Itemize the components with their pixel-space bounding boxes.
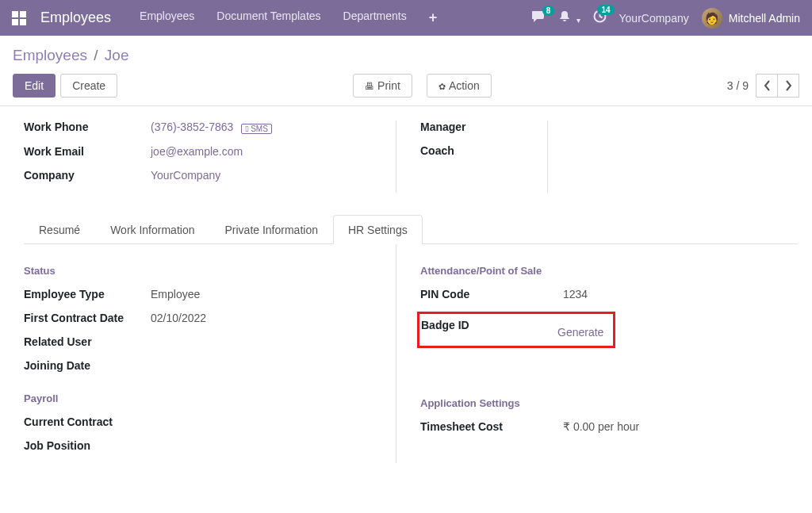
create-button[interactable]: Create: [60, 74, 117, 98]
plus-icon[interactable]: +: [429, 10, 438, 26]
breadcrumb-separator: /: [94, 47, 98, 63]
pager-next-button[interactable]: [777, 74, 799, 98]
user-name: Mitchell Admin: [729, 12, 800, 25]
content-scroll[interactable]: Work Phone (376)-3852-7863 SMS Work Emai…: [0, 105, 812, 513]
nav-menu-document-templates[interactable]: Document Templates: [216, 10, 320, 26]
apps-icon[interactable]: [12, 11, 26, 25]
print-label: Print: [377, 79, 400, 92]
timesheet-cost-label: Timesheet Cost: [420, 420, 563, 433]
field-work-email: Work Email joe@example.com: [24, 145, 396, 158]
job-position-label: Job Position: [24, 439, 151, 452]
tab-private-information[interactable]: Private Information: [209, 215, 333, 244]
nav-menu-employees[interactable]: Employees: [140, 10, 194, 26]
sms-button[interactable]: SMS: [241, 124, 272, 134]
user-menu[interactable]: 🧑 Mitchell Admin: [702, 8, 800, 29]
chat-badge: 8: [542, 6, 555, 16]
current-contract-label: Current Contract: [24, 415, 151, 428]
status-heading: Status: [24, 265, 396, 277]
field-company: Company YourCompany: [24, 169, 396, 182]
edit-button[interactable]: Edit: [13, 74, 56, 98]
chevron-right-icon: [785, 80, 792, 91]
brand-title: Employees: [40, 10, 111, 26]
nav-menu-departments[interactable]: Departments: [343, 10, 407, 26]
section-status: Status Employee Type Employee First Cont…: [24, 265, 396, 372]
field-badge-id-highlight: Badge ID Generate: [417, 312, 615, 348]
tab-hr-settings[interactable]: HR Settings: [333, 215, 423, 244]
top-left-col: Work Phone (376)-3852-7863 SMS Work Emai…: [24, 121, 396, 193]
field-coach: Coach: [420, 144, 547, 157]
nav-menu: Employees Document Templates Departments…: [140, 10, 437, 26]
joining-date-label: Joining Date: [24, 359, 151, 372]
tab-work-information[interactable]: Work Information: [95, 215, 209, 244]
notifications-button[interactable]: ▾: [559, 10, 580, 26]
avatar: 🧑: [702, 8, 722, 29]
activity-badge: 14: [597, 5, 614, 15]
section-app-settings: Application Settings Timesheet Cost ₹ 0.…: [420, 397, 798, 433]
work-email-label: Work Email: [24, 145, 151, 158]
print-button[interactable]: Print: [353, 74, 412, 98]
activities-button[interactable]: 14: [593, 10, 607, 26]
toolbar: Edit Create Print Action 3 / 9: [13, 74, 799, 98]
chevron-down-icon: ▾: [576, 16, 580, 25]
work-email-link[interactable]: joe@example.com: [151, 145, 243, 158]
first-contract-value: 02/10/2022: [151, 312, 206, 324]
breadcrumb: Employees / Joe: [13, 47, 799, 64]
badge-id-value-area: Generate: [557, 319, 603, 339]
company-link[interactable]: YourCompany: [151, 169, 220, 182]
employee-type-value: Employee: [151, 288, 200, 301]
field-work-phone: Work Phone (376)-3852-7863 SMS: [24, 121, 396, 134]
hr-right-col: Attendance/Point of Sale PIN Code 1234 B…: [396, 244, 798, 463]
pager-prev-button[interactable]: [756, 74, 778, 98]
action-label: Action: [449, 79, 480, 92]
coach-label: Coach: [420, 144, 547, 157]
top-right-col: Manager Coach: [396, 121, 548, 193]
field-job-position: Job Position: [24, 439, 396, 452]
payroll-heading: Payroll: [24, 392, 396, 404]
section-payroll: Payroll Current Contract Job Position: [24, 392, 396, 452]
employee-type-label: Employee Type: [24, 288, 151, 301]
pin-code-value: 1234: [563, 288, 588, 301]
field-timesheet-cost: Timesheet Cost ₹ 0.00 per hour: [420, 420, 798, 433]
work-phone-label: Work Phone: [24, 121, 151, 133]
work-phone-link[interactable]: (376)-3852-7863: [151, 121, 233, 133]
top-fields: Work Phone (376)-3852-7863 SMS Work Emai…: [24, 121, 798, 193]
timesheet-cost-value: ₹ 0.00 per hour: [563, 420, 639, 433]
field-manager: Manager: [420, 121, 547, 133]
chevron-left-icon: [764, 80, 771, 91]
appsettings-heading: Application Settings: [420, 397, 798, 409]
center-buttons: Print Action: [353, 74, 492, 98]
company-selector[interactable]: YourCompany: [619, 12, 689, 25]
hr-left-col: Status Employee Type Employee First Cont…: [24, 244, 396, 463]
chat-button[interactable]: 8: [532, 10, 546, 26]
action-button[interactable]: Action: [427, 74, 492, 98]
work-phone-value: (376)-3852-7863 SMS: [151, 121, 272, 134]
pin-code-label: PIN Code: [420, 288, 563, 301]
nav-left: Employees Employees Document Templates D…: [12, 10, 437, 26]
breadcrumb-current: Joe: [105, 47, 129, 63]
nav-right: 8 ▾ 14 YourCompany 🧑 Mitchell Admin: [532, 8, 800, 29]
field-current-contract: Current Contract: [24, 415, 396, 428]
print-icon: [365, 79, 377, 92]
gear-icon: [439, 79, 449, 92]
company-label: Company: [24, 169, 151, 182]
form-content: Work Phone (376)-3852-7863 SMS Work Emai…: [0, 106, 812, 495]
attendance-heading: Attendance/Point of Sale: [420, 265, 798, 277]
tabs: Resumé Work Information Private Informat…: [24, 215, 798, 244]
badge-id-label: Badge ID: [421, 319, 546, 339]
manager-label: Manager: [420, 121, 547, 133]
tab-resume[interactable]: Resumé: [24, 215, 95, 244]
toolbar-area: Employees / Joe Edit Create Print Action…: [0, 36, 812, 105]
field-employee-type: Employee Type Employee: [24, 288, 396, 301]
pager-text: 3 / 9: [727, 79, 749, 92]
hr-settings-body: Status Employee Type Employee First Cont…: [24, 244, 798, 463]
top-navbar: Employees Employees Document Templates D…: [0, 0, 812, 36]
bell-icon: [559, 12, 573, 25]
field-pin-code: PIN Code 1234: [420, 288, 798, 301]
related-user-label: Related User: [24, 335, 151, 348]
pager: 3 / 9: [727, 74, 799, 98]
breadcrumb-parent[interactable]: Employees: [13, 47, 87, 63]
pager-arrows: [756, 74, 799, 98]
generate-button[interactable]: Generate: [557, 326, 603, 339]
first-contract-label: First Contract Date: [24, 312, 151, 324]
field-related-user: Related User: [24, 335, 396, 348]
